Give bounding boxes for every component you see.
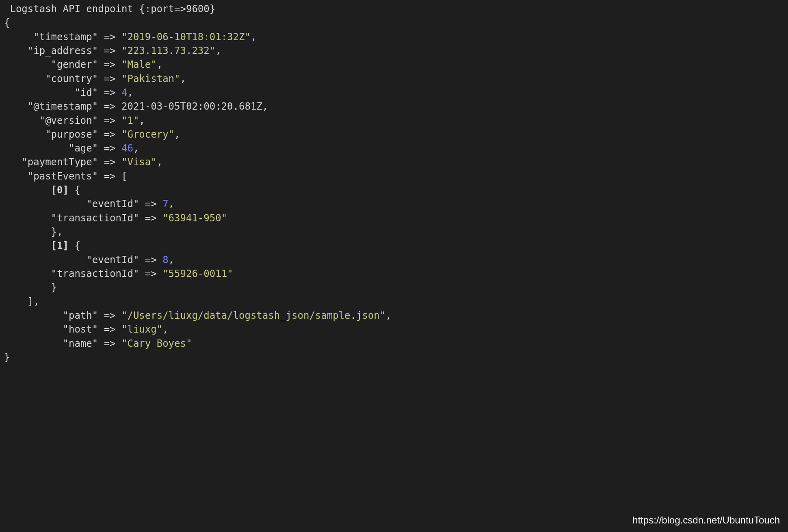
value-ip-address: "223.113.73.232" <box>121 45 215 56</box>
open-brace: { <box>4 17 10 28</box>
array-index-1: [1] <box>51 240 69 251</box>
key-payment-type: "paymentType" <box>22 156 98 168</box>
key-age: "age" <box>69 143 98 154</box>
key-gender: "gender" <box>51 59 98 70</box>
value-gender: "Male" <box>121 59 157 70</box>
watermark: https://blog.csdn.net/UbuntuTouch <box>632 513 780 527</box>
key-transaction-id-1: "transactionId" <box>51 268 139 279</box>
terminal-output: Logstash API endpoint {:port=>9600} { "t… <box>4 2 784 364</box>
value-name: "Cary Boyes" <box>121 338 192 349</box>
key-purpose: "purpose" <box>45 129 98 140</box>
value-event-id-1: 8 <box>162 254 168 266</box>
key-timestamp: "timestamp" <box>33 31 98 43</box>
value-payment-type: "Visa" <box>121 156 157 168</box>
value-transaction-id-0: "63941-950" <box>162 212 227 224</box>
header-line: Logstash API endpoint {:port=>9600} <box>4 3 215 15</box>
key-transaction-id-0: "transactionId" <box>51 212 139 224</box>
value-path: "/Users/liuxg/data/logstash_json/sample.… <box>121 310 385 321</box>
value-event-id-0: 7 <box>162 198 168 210</box>
value-age: 46 <box>121 143 133 154</box>
close-brace: } <box>4 352 10 363</box>
array-index-0: [0] <box>51 184 69 196</box>
key-ip-address: "ip_address" <box>28 45 98 56</box>
key-past-events: "pastEvents" <box>28 171 98 182</box>
key-at-timestamp: "@timestamp" <box>28 101 98 112</box>
key-at-version: "@version" <box>39 115 98 126</box>
value-host: "liuxg" <box>121 324 162 335</box>
key-name: "name" <box>63 338 98 349</box>
value-timestamp: "2019-06-10T18:01:32Z" <box>121 31 251 43</box>
key-host: "host" <box>63 324 98 335</box>
key-event-id-1: "eventId" <box>86 254 139 266</box>
key-event-id-0: "eventId" <box>86 198 139 210</box>
key-path: "path" <box>63 310 98 321</box>
key-country: "country" <box>45 73 98 84</box>
key-id: "id" <box>74 87 98 98</box>
value-country: "Pakistan" <box>121 73 180 84</box>
value-at-version: "1" <box>121 115 139 126</box>
value-purpose: "Grocery" <box>121 129 174 140</box>
value-at-timestamp: 2021-03-05T02:00:20.681Z <box>121 101 262 112</box>
value-transaction-id-1: "55926-0011" <box>162 268 233 279</box>
value-id: 4 <box>121 87 127 98</box>
